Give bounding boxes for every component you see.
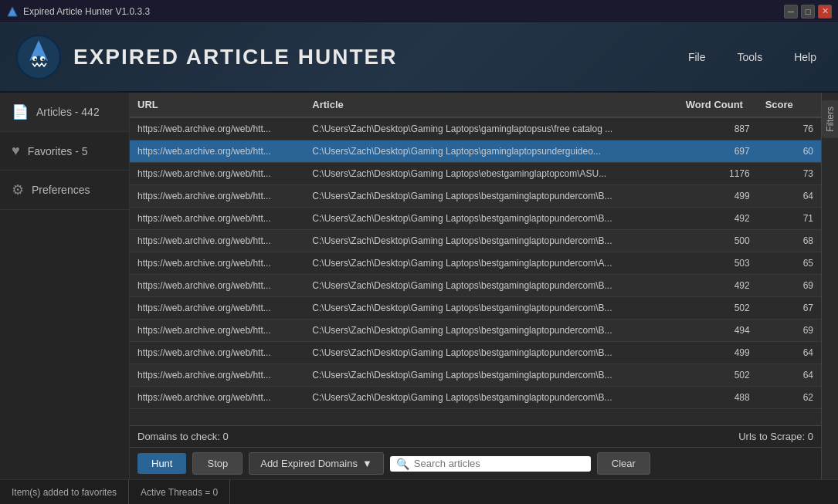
cell-score: 73 — [758, 163, 821, 185]
hunt-button[interactable]: Hunt — [137, 453, 186, 474]
sidebar-articles-label: Articles - 442 — [36, 106, 100, 118]
header: EXPIRED ARTICLE HUNTER File Tools Help — [0, 23, 838, 93]
sidebar-item-favorites[interactable]: ♥ Favorites - 5 — [0, 132, 129, 171]
sidebar: 📄 Articles - 442 ♥ Favorites - 5 ⚙ Prefe… — [0, 93, 130, 479]
cell-score: 65 — [758, 252, 821, 275]
cell-url: https://web.archive.org/web/htt... — [130, 275, 304, 297]
cell-word-count: 887 — [678, 117, 758, 140]
cell-url: https://web.archive.org/web/htt... — [130, 342, 304, 364]
table-container[interactable]: URL Article Word Count Score https://web… — [130, 93, 821, 425]
minimize-button[interactable]: ─ — [784, 5, 798, 19]
cell-article: C:\Users\Zach\Desktop\Gaming Laptops\bes… — [304, 297, 678, 320]
add-expired-domains-label: Add Expired Domains — [260, 458, 358, 469]
dropdown-arrow-icon: ▼ — [362, 458, 372, 469]
preferences-icon: ⚙ — [12, 181, 24, 198]
cell-word-count: 502 — [678, 364, 758, 387]
cell-word-count: 499 — [678, 185, 758, 208]
cell-score: 64 — [758, 185, 821, 208]
cell-word-count: 503 — [678, 252, 758, 275]
maximize-button[interactable]: □ — [801, 5, 815, 19]
cell-word-count: 500 — [678, 230, 758, 252]
cell-url: https://web.archive.org/web/htt... — [130, 252, 304, 275]
add-expired-domains-button[interactable]: Add Expired Domains ▼ — [249, 452, 384, 475]
stop-button[interactable]: Stop — [192, 452, 243, 475]
cell-article: C:\Users\Zach\Desktop\Gaming Laptops\ebe… — [304, 163, 678, 185]
cell-url: https://web.archive.org/web/htt... — [130, 320, 304, 342]
table-row[interactable]: https://web.archive.org/web/htt...C:\Use… — [130, 342, 821, 364]
main-layout: 📄 Articles - 442 ♥ Favorites - 5 ⚙ Prefe… — [0, 93, 838, 479]
app-title: EXPIRED ARTICLE HUNTER — [73, 45, 397, 69]
cell-article: C:\Users\Zach\Desktop\Gaming Laptops\bes… — [304, 208, 678, 230]
cell-article: C:\Users\Zach\Desktop\Gaming Laptops\gam… — [304, 140, 678, 163]
table-row[interactable]: https://web.archive.org/web/htt...C:\Use… — [130, 163, 821, 185]
cell-url: https://web.archive.org/web/htt... — [130, 117, 304, 140]
table-row[interactable]: https://web.archive.org/web/htt...C:\Use… — [130, 364, 821, 387]
cell-word-count: 1176 — [678, 163, 758, 185]
favorites-icon: ♥ — [12, 143, 20, 159]
table-row[interactable]: https://web.archive.org/web/htt...C:\Use… — [130, 275, 821, 297]
cell-url: https://web.archive.org/web/htt... — [130, 140, 304, 163]
cell-article: C:\Users\Zach\Desktop\Gaming Laptops\bes… — [304, 342, 678, 364]
cell-score: 71 — [758, 208, 821, 230]
cell-article: C:\Users\Zach\Desktop\Gaming Laptops\gam… — [304, 117, 678, 140]
app-icon — [6, 5, 19, 18]
table-row[interactable]: https://web.archive.org/web/htt...C:\Use… — [130, 387, 821, 409]
logo-area: EXPIRED ARTICLE HUNTER — [15, 34, 397, 80]
clear-button[interactable]: Clear — [597, 452, 650, 475]
content-area: URL Article Word Count Score https://web… — [130, 93, 821, 479]
table-row[interactable]: https://web.archive.org/web/htt...C:\Use… — [130, 208, 821, 230]
table-body: https://web.archive.org/web/htt...C:\Use… — [130, 117, 821, 409]
menu-help[interactable]: Help — [788, 48, 823, 66]
cell-url: https://web.archive.org/web/htt... — [130, 230, 304, 252]
menu-tools[interactable]: Tools — [731, 48, 769, 66]
table-row[interactable]: https://web.archive.org/web/htt...C:\Use… — [130, 117, 821, 140]
svg-point-5 — [42, 59, 45, 61]
bottom-bar: Domains to check: 0 Urls to Scrape: 0 — [130, 425, 821, 447]
cell-article: C:\Users\Zach\Desktop\Gaming Laptops\bes… — [304, 185, 678, 208]
filters-sidebar: Filters — [821, 93, 838, 479]
cell-article: C:\Users\Zach\Desktop\Gaming Laptops\bes… — [304, 230, 678, 252]
search-icon: 🔍 — [396, 458, 409, 470]
status-bar: Item(s) added to favorites Active Thread… — [0, 479, 838, 504]
cell-score: 62 — [758, 387, 821, 409]
cell-score: 67 — [758, 297, 821, 320]
table-row[interactable]: https://web.archive.org/web/htt...C:\Use… — [130, 185, 821, 208]
cell-url: https://web.archive.org/web/htt... — [130, 297, 304, 320]
cell-word-count: 499 — [678, 342, 758, 364]
cell-article: C:\Users\Zach\Desktop\Gaming Laptops\bes… — [304, 275, 678, 297]
cell-word-count: 492 — [678, 208, 758, 230]
cell-url: https://web.archive.org/web/htt... — [130, 208, 304, 230]
cell-word-count: 492 — [678, 275, 758, 297]
title-bar: Expired Article Hunter V1.0.3.3 ─ □ ✕ — [0, 0, 838, 23]
header-menu: File Tools Help — [682, 48, 823, 66]
table-row[interactable]: https://web.archive.org/web/htt...C:\Use… — [130, 297, 821, 320]
column-header-article: Article — [304, 93, 678, 117]
status-active-threads: Active Threads = 0 — [129, 480, 230, 504]
table-row[interactable]: https://web.archive.org/web/htt...C:\Use… — [130, 140, 821, 163]
filters-label[interactable]: Filters — [822, 100, 839, 138]
articles-table: URL Article Word Count Score https://web… — [130, 93, 821, 409]
cell-url: https://web.archive.org/web/htt... — [130, 364, 304, 387]
cell-word-count: 488 — [678, 387, 758, 409]
cell-score: 64 — [758, 342, 821, 364]
cell-article: C:\Users\Zach\Desktop\Gaming Laptops\bes… — [304, 320, 678, 342]
table-row[interactable]: https://web.archive.org/web/htt...C:\Use… — [130, 252, 821, 275]
svg-marker-0 — [8, 7, 17, 16]
cell-score: 64 — [758, 364, 821, 387]
table-row[interactable]: https://web.archive.org/web/htt...C:\Use… — [130, 320, 821, 342]
cell-article: C:\Users\Zach\Desktop\Gaming Laptops\bes… — [304, 252, 678, 275]
menu-file[interactable]: File — [682, 48, 712, 66]
bottom-left: Domains to check: 0 — [137, 431, 229, 442]
cell-word-count: 502 — [678, 297, 758, 320]
table-header-row: URL Article Word Count Score — [130, 93, 821, 117]
status-items-added: Item(s) added to favorites — [0, 480, 129, 504]
search-input[interactable] — [414, 458, 584, 469]
cell-score: 68 — [758, 230, 821, 252]
table-row[interactable]: https://web.archive.org/web/htt...C:\Use… — [130, 230, 821, 252]
logo-icon — [15, 34, 62, 80]
cell-score: 69 — [758, 320, 821, 342]
search-container: 🔍 — [390, 456, 591, 472]
close-button[interactable]: ✕ — [818, 5, 832, 19]
sidebar-item-articles[interactable]: 📄 Articles - 442 — [0, 93, 129, 132]
sidebar-item-preferences[interactable]: ⚙ Preferences — [0, 171, 129, 210]
